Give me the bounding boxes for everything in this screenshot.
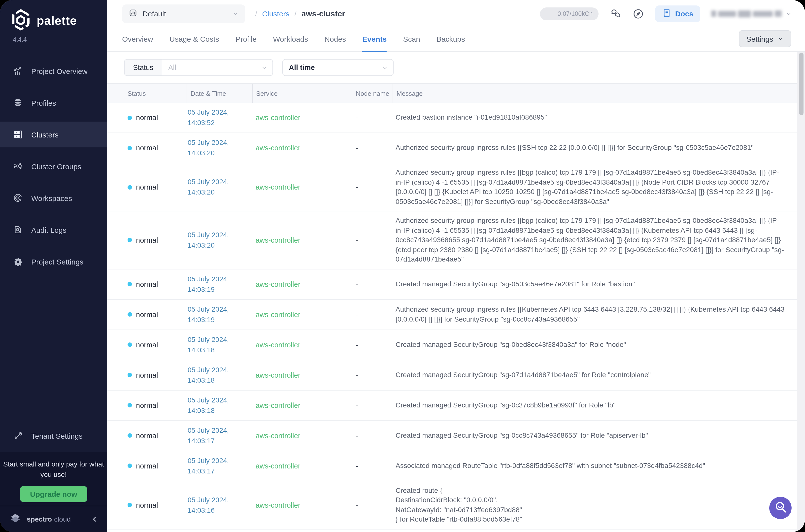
- breadcrumb: / Clusters / aws-cluster: [255, 9, 345, 18]
- project-chart-icon: [129, 8, 137, 19]
- status-cell: normal: [124, 432, 187, 439]
- tab-overview[interactable]: Overview: [122, 27, 153, 52]
- sidebar-item-label: Profiles: [31, 98, 56, 107]
- message-cell: Created bastion instance "i-01ed91810af0…: [392, 113, 785, 122]
- status-dot: [128, 463, 132, 468]
- filters-row: Status All All time: [107, 52, 805, 84]
- status-cell: normal: [124, 280, 187, 288]
- settings-button[interactable]: Settings: [739, 30, 791, 47]
- node-name-cell: -: [352, 183, 392, 191]
- tab-backups[interactable]: Backups: [437, 27, 465, 52]
- promo-text: Start small and only pay for what you us…: [0, 459, 107, 480]
- user-name-redacted: [711, 10, 782, 17]
- palette-hexagon-icon: [11, 9, 31, 33]
- upgrade-now-button[interactable]: Upgrade now: [20, 486, 87, 502]
- message-cell: Created managed SecurityGroup "sg-0cc8c7…: [392, 431, 785, 440]
- gear-icon: [13, 256, 23, 266]
- scrollbar-thumb[interactable]: [799, 53, 804, 115]
- sidebar-item-label: Clusters: [31, 130, 59, 139]
- status-filter[interactable]: Status All: [124, 59, 273, 76]
- layers-icon: [13, 98, 23, 108]
- palette-logo[interactable]: palette: [0, 0, 107, 32]
- usage-meter[interactable]: 0.07/100kCh: [540, 7, 599, 20]
- datetime-cell: 05 July 2024, 14:03:18: [187, 395, 252, 416]
- message-cell: Authorized security group ingress rules …: [392, 216, 785, 264]
- status-dot: [128, 282, 132, 286]
- sidebar-item-cluster-groups[interactable]: Cluster Groups: [0, 153, 107, 179]
- help-search-button[interactable]: [769, 497, 791, 519]
- chat-icon[interactable]: [610, 8, 621, 20]
- column-header-status: Status: [124, 84, 187, 103]
- sidebar-item-label: Project Settings: [31, 257, 83, 266]
- scrollbar-track: [797, 52, 805, 532]
- status-cell: normal: [124, 183, 187, 191]
- project-selector[interactable]: Default: [122, 4, 245, 23]
- chevron-down-icon: [261, 60, 268, 75]
- tab-workloads[interactable]: Workloads: [273, 27, 308, 52]
- breadcrumb-link-clusters[interactable]: Clusters: [262, 10, 289, 18]
- message-cell: Created managed SecurityGroup "sg-0503c5…: [392, 279, 785, 289]
- status-label: normal: [136, 280, 158, 288]
- table-row: normal 05 July 2024, 14:03:19 aws-contro…: [107, 269, 805, 300]
- status-dot: [128, 503, 132, 507]
- status-cell: normal: [124, 501, 187, 509]
- compass-icon[interactable]: [633, 8, 645, 20]
- sidebar-item-profiles[interactable]: Profiles: [0, 90, 107, 116]
- status-label: normal: [136, 501, 158, 509]
- node-name-cell: -: [352, 341, 392, 349]
- message-cell: Authorized security group ingress rules …: [392, 143, 785, 153]
- sidebar-item-project-overview[interactable]: Project Overview: [0, 58, 107, 84]
- sidebar-item-clusters[interactable]: Clusters: [0, 121, 107, 147]
- tab-usage-costs[interactable]: Usage & Costs: [170, 27, 219, 52]
- status-dot: [128, 403, 132, 407]
- node-name-cell: -: [352, 236, 392, 244]
- table-row: normal 05 July 2024, 14:03:18 aws-contro…: [107, 330, 805, 360]
- table-row: normal 05 July 2024, 14:03:52 aws-contro…: [107, 103, 805, 133]
- user-menu[interactable]: [711, 10, 792, 17]
- project-selector-value: Default: [142, 10, 166, 18]
- table-row: normal 05 July 2024, 14:03:20 aws-contro…: [107, 133, 805, 163]
- sidebar-item-project-settings[interactable]: Project Settings: [0, 249, 107, 274]
- chevron-down-icon: [232, 11, 239, 17]
- sidebar-item-label: Project Overview: [31, 67, 88, 75]
- status-cell: normal: [124, 236, 187, 244]
- status-dot: [128, 312, 132, 317]
- docs-button[interactable]: Docs: [655, 5, 700, 22]
- status-dot: [128, 146, 132, 150]
- column-header-message: Message: [392, 84, 785, 103]
- message-cell: Created managed SecurityGroup "sg-0c37c8…: [392, 400, 785, 410]
- chevron-down-icon: [778, 36, 784, 42]
- tab-profile[interactable]: Profile: [235, 27, 256, 52]
- time-range-filter[interactable]: All time: [282, 59, 394, 76]
- breadcrumb-current: aws-cluster: [302, 9, 345, 18]
- app-version: 4.4.4: [13, 36, 107, 43]
- table-row: normal 05 July 2024, 14:03:18 aws-contro…: [107, 390, 805, 421]
- table-row: normal 05 July 2024, 14:03:17 aws-contro…: [107, 421, 805, 451]
- service-cell: aws-controller: [252, 341, 352, 349]
- book-icon: [662, 8, 671, 19]
- topbar: Default / Clusters / aws-cluster 0.07/10…: [107, 0, 805, 27]
- sidebar-footer: spectro cloud: [0, 506, 107, 532]
- node-name-cell: -: [352, 371, 392, 379]
- service-cell: aws-controller: [252, 401, 352, 409]
- service-cell: aws-controller: [252, 236, 352, 244]
- sidebar-item-workspaces[interactable]: Workspaces: [0, 185, 107, 211]
- tab-scan[interactable]: Scan: [403, 27, 420, 52]
- service-cell: aws-controller: [252, 432, 352, 439]
- sidebar-item-tenant-settings[interactable]: Tenant Settings: [0, 423, 107, 449]
- collapse-sidebar-icon[interactable]: [91, 516, 98, 522]
- sidebar-item-label: Workspaces: [31, 194, 72, 202]
- node-name-cell: -: [352, 462, 392, 470]
- node-name-cell: -: [352, 280, 392, 288]
- node-name-cell: -: [352, 310, 392, 318]
- tab-nodes[interactable]: Nodes: [324, 27, 346, 52]
- tab-events[interactable]: Events: [362, 27, 387, 52]
- status-label: normal: [136, 371, 158, 379]
- sidebar-item-label: Cluster Groups: [31, 162, 81, 170]
- status-label: normal: [136, 432, 158, 439]
- service-cell: aws-controller: [252, 183, 352, 191]
- table-row: normal 05 July 2024, 14:03:19 aws-contro…: [107, 300, 805, 330]
- sidebar-item-audit-logs[interactable]: Audit Logs: [0, 217, 107, 243]
- status-cell: normal: [124, 310, 187, 318]
- status-cell: normal: [124, 144, 187, 152]
